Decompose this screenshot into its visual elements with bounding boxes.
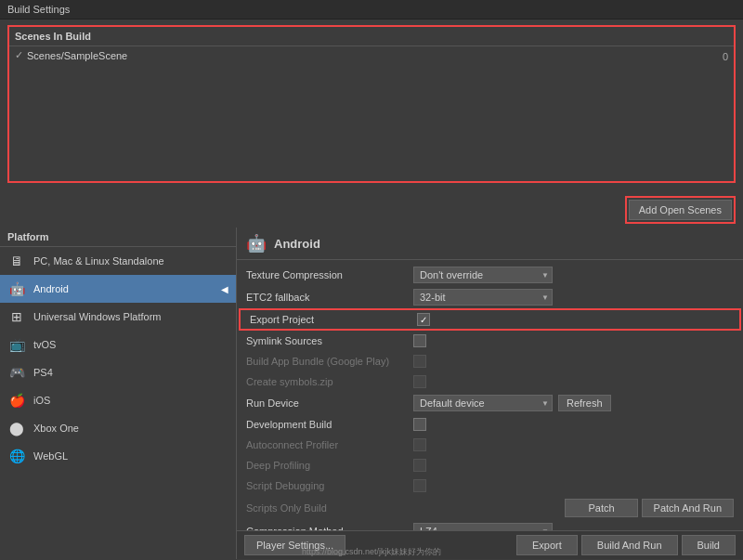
export-project-label: Export Project — [250, 314, 417, 325]
android-header-label: Android — [274, 237, 320, 251]
platform-label-webgl: WebGL — [33, 450, 68, 462]
platform-item-android[interactable]: 🤖 Android ◀ — [0, 275, 236, 303]
platform-item-ps4[interactable]: 🎮 PS4 — [0, 358, 236, 386]
scene-index: 0 — [723, 51, 728, 62]
deep-profiling-label: Deep Profiling — [246, 460, 413, 471]
compression-method-select-wrapper[interactable]: LZ4 — [413, 523, 553, 530]
platform-list: 🖥 PC, Mac & Linux Standalone 🤖 Android ◀… — [0, 247, 236, 559]
export-project-checkbox[interactable] — [417, 313, 430, 326]
platform-item-uwp[interactable]: ⊞ Universal Windows Platform — [0, 303, 236, 331]
scene-check-icon: ✓ — [15, 49, 23, 61]
autoconnect-profiler-row: Autoconnect Profiler — [237, 435, 743, 455]
platform-item-xbox[interactable]: ⬤ Xbox One — [0, 414, 236, 442]
development-build-checkbox[interactable] — [413, 418, 426, 431]
build-buttons: Export Build And Run Build — [516, 535, 736, 555]
platform-label-pc: PC, Mac & Linux Standalone — [33, 255, 164, 267]
run-device-select-wrapper[interactable]: Default device — [413, 395, 553, 411]
scenes-header: Scenes In Build — [9, 27, 734, 46]
build-app-bundle-label: Build App Bundle (Google Play) — [246, 356, 413, 367]
development-build-row: Development Build — [237, 414, 743, 435]
deep-profiling-checkbox — [413, 459, 426, 472]
texture-compression-label: Texture Compression — [246, 269, 413, 280]
autoconnect-profiler-label: Autoconnect Profiler — [246, 439, 413, 450]
title-bar: Build Settings — [0, 0, 743, 20]
compression-method-select[interactable]: LZ4 — [413, 523, 553, 530]
scripts-only-build-label: Scripts Only Build — [246, 502, 413, 514]
tvos-icon: 📺 — [7, 335, 26, 354]
android-active-arrow: ◀ — [221, 284, 228, 294]
platform-panel: Platform 🖥 PC, Mac & Linux Standalone 🤖 … — [0, 228, 237, 559]
android-icon: 🤖 — [7, 280, 26, 298]
uwp-icon: ⊞ — [7, 307, 26, 326]
development-build-label: Development Build — [246, 419, 413, 430]
webgl-icon: 🌐 — [7, 447, 26, 465]
script-debugging-label: Script Debugging — [246, 480, 413, 491]
refresh-button[interactable]: Refresh — [558, 395, 611, 411]
settings-content: Texture Compression Don't override ETC2 … — [237, 260, 743, 530]
platform-label-ios: iOS — [33, 395, 50, 406]
settings-panel: 🤖 Android Texture Compression Don't over… — [237, 228, 743, 559]
script-debugging-checkbox — [413, 479, 426, 492]
add-open-scenes-area: Add Open Scenes — [0, 192, 743, 228]
platform-item-tvos[interactable]: 📺 tvOS — [0, 331, 236, 358]
etc2-fallback-select[interactable]: 32-bit — [413, 289, 553, 306]
xbox-icon: ⬤ — [7, 419, 26, 437]
etc2-fallback-row: ETC2 fallback 32-bit — [237, 286, 743, 308]
texture-compression-select-wrapper[interactable]: Don't override — [413, 267, 553, 283]
create-symbols-zip-label: Create symbols.zip — [246, 376, 413, 387]
texture-compression-row: Texture Compression Don't override — [237, 264, 743, 286]
export-project-row: Export Project — [239, 308, 741, 331]
run-device-row: Run Device Default device Refresh — [237, 392, 743, 414]
ps4-icon: 🎮 — [7, 363, 26, 382]
build-app-bundle-checkbox — [413, 355, 426, 368]
pc-icon: 🖥 — [7, 252, 26, 270]
export-button[interactable]: Export — [516, 535, 578, 555]
window-title: Build Settings — [7, 4, 70, 15]
run-device-label: Run Device — [246, 397, 413, 409]
platform-label-xbox: Xbox One — [33, 423, 79, 434]
platform-label-uwp: Universal Windows Platform — [33, 311, 162, 322]
create-symbols-zip-checkbox — [413, 375, 426, 388]
compression-method-row: Compression Method LZ4 — [237, 520, 743, 530]
symlink-sources-checkbox[interactable] — [413, 334, 426, 347]
etc2-fallback-label: ETC2 fallback — [246, 292, 413, 303]
scripts-only-build-row: Scripts Only Build Patch Patch And Run — [237, 496, 743, 520]
platform-label-ps4: PS4 — [33, 367, 53, 378]
platform-item-ios[interactable]: 🍎 iOS — [0, 386, 236, 414]
add-open-scenes-wrapper: Add Open Scenes — [625, 196, 736, 224]
build-app-bundle-row: Build App Bundle (Google Play) — [237, 351, 743, 371]
etc2-fallback-select-wrapper[interactable]: 32-bit — [413, 289, 553, 306]
autoconnect-profiler-checkbox — [413, 438, 426, 451]
scenes-section: Scenes In Build ✓ Scenes/SampleScene 0 — [7, 25, 736, 183]
platform-label-tvos: tvOS — [33, 339, 56, 350]
symlink-sources-label: Symlink Sources — [246, 335, 413, 346]
run-device-select[interactable]: Default device — [413, 395, 553, 411]
scene-item: ✓ Scenes/SampleScene — [9, 46, 734, 64]
platform-header: Platform — [0, 228, 236, 247]
platform-label-android: Android — [33, 283, 69, 294]
add-open-scenes-button[interactable]: Add Open Scenes — [629, 200, 732, 220]
platform-item-pc[interactable]: 🖥 PC, Mac & Linux Standalone — [0, 247, 236, 275]
android-header: 🤖 Android — [237, 228, 743, 260]
android-header-icon: 🤖 — [246, 233, 267, 254]
symlink-sources-row: Symlink Sources — [237, 331, 743, 351]
scene-name: Scenes/SampleScene — [27, 50, 127, 61]
build-run-button[interactable]: Build And Run — [581, 535, 678, 555]
ios-icon: 🍎 — [7, 391, 26, 410]
create-symbols-zip-row: Create symbols.zip — [237, 371, 743, 392]
patch-and-run-button[interactable]: Patch And Run — [642, 499, 734, 517]
patch-button[interactable]: Patch — [565, 499, 637, 517]
script-debugging-row: Script Debugging — [237, 475, 743, 496]
deep-profiling-row: Deep Profiling — [237, 455, 743, 475]
watermark: https://blog.csdn.net/jkjk妹妹好为你的 — [302, 546, 441, 558]
build-button[interactable]: Build — [682, 535, 736, 555]
platform-item-webgl[interactable]: 🌐 WebGL — [0, 442, 236, 470]
texture-compression-select[interactable]: Don't override — [413, 267, 553, 283]
